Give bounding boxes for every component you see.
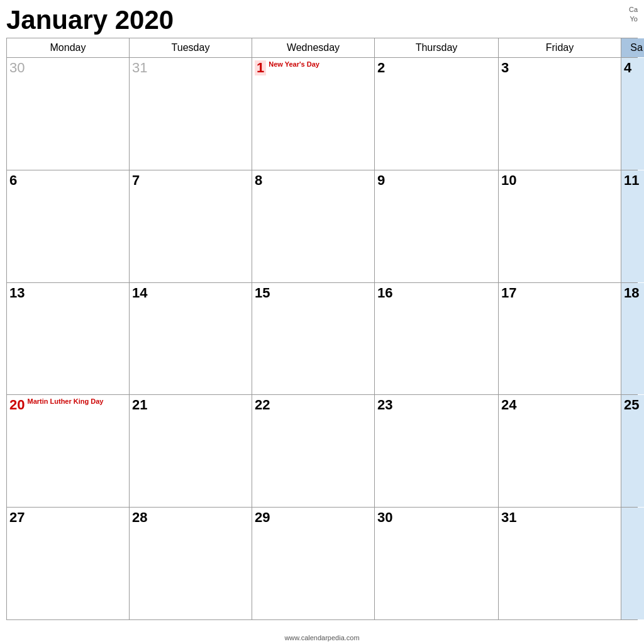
day-cell: 28 [130, 508, 252, 619]
calendar-header: January 2020 Ca Yo [0, 0, 644, 38]
day-cell: 31 [499, 508, 621, 619]
week-row: 27 28 29 30 [7, 508, 638, 620]
day-cell: 30 [7, 58, 130, 170]
day-number: 17 [501, 286, 516, 301]
header-tuesday: Tuesday [130, 38, 252, 57]
day-cell: 15 [252, 283, 375, 395]
calendar-weeks: 30 31 1 New Year's Day 2 [7, 58, 638, 620]
day-number: 16 [377, 286, 392, 301]
week-row: 13 14 15 16 [7, 283, 638, 396]
day-cell: 8 [252, 170, 375, 282]
day-cell: 17 [499, 283, 621, 395]
day-cell: 24 [499, 395, 621, 507]
day-number: 29 [255, 510, 270, 525]
day-number: 18 [624, 286, 639, 301]
day-number: 23 [377, 397, 392, 413]
day-cell: 30 [375, 508, 499, 619]
day-cell-weekend: 4 [621, 58, 644, 170]
day-number: 24 [501, 397, 516, 413]
day-number: 3 [501, 60, 509, 75]
day-cell: 9 [375, 170, 499, 282]
day-cell: 2 [375, 58, 499, 170]
day-cell-weekend: 25 [621, 395, 644, 507]
week-row: 20 Martin Luther King Day 21 22 [7, 395, 638, 508]
calendar-page: January 2020 Ca Yo Monday Tuesday Wednes… [0, 0, 644, 644]
day-cell: 3 [499, 58, 621, 170]
day-number: 10 [501, 173, 516, 188]
day-number: 15 [255, 286, 270, 301]
holiday-label-mlk: Martin Luther King Day [27, 397, 103, 406]
day-number: 6 [9, 173, 17, 188]
day-cell: 14 [130, 283, 252, 395]
day-number: 30 [377, 510, 392, 525]
day-number: 4 [624, 60, 631, 75]
day-number: 28 [132, 510, 147, 525]
day-cell: 16 [375, 283, 499, 395]
day-number: 27 [9, 510, 25, 525]
day-number: 8 [255, 173, 262, 188]
day-number: 1 [255, 60, 266, 75]
day-number: 31 [501, 510, 516, 525]
day-cell-weekend [621, 508, 644, 619]
calendar-title: January 2020 [6, 5, 174, 35]
day-cell: 31 [130, 58, 252, 170]
day-cell-weekend: 11 [621, 170, 644, 282]
day-number: 11 [624, 173, 639, 188]
header-thursday: Thursday [375, 38, 499, 57]
day-number: 31 [132, 60, 147, 75]
footer-url: www.calendarpedia.com [0, 633, 644, 644]
day-number: 22 [255, 397, 270, 413]
day-cell: 20 Martin Luther King Day [7, 395, 130, 507]
day-number: 2 [377, 60, 385, 75]
day-number: 13 [9, 286, 25, 301]
header-saturday: Sa [621, 38, 644, 57]
day-headers-row: Monday Tuesday Wednesday Thursday Friday… [7, 38, 638, 58]
header-monday: Monday [7, 38, 130, 57]
day-cell: 7 [130, 170, 252, 282]
day-number: 30 [9, 60, 25, 75]
week-row: 30 31 1 New Year's Day 2 [7, 58, 638, 170]
day-cell: 29 [252, 508, 375, 619]
week-row: 6 7 8 9 [7, 170, 638, 283]
calendar-grid: Monday Tuesday Wednesday Thursday Friday… [6, 38, 638, 620]
holiday-label: New Year's Day [269, 60, 319, 69]
day-cell: 1 New Year's Day [252, 58, 375, 170]
day-number: 9 [377, 173, 385, 188]
top-right-info: Ca Yo [629, 5, 638, 25]
day-number: 20 [9, 397, 25, 413]
day-cell: 6 [7, 170, 130, 282]
day-number: 25 [624, 397, 639, 413]
header-wednesday: Wednesday [252, 38, 375, 57]
day-cell: 27 [7, 508, 130, 619]
day-number: 7 [132, 173, 140, 188]
day-number: 21 [132, 397, 147, 413]
day-cell: 23 [375, 395, 499, 507]
day-number: 14 [132, 286, 147, 301]
day-cell: 22 [252, 395, 375, 507]
day-cell-weekend: 18 [621, 283, 644, 395]
day-cell: 13 [7, 283, 130, 395]
header-friday: Friday [499, 38, 621, 57]
day-cell: 10 [499, 170, 621, 282]
day-cell: 21 [130, 395, 252, 507]
